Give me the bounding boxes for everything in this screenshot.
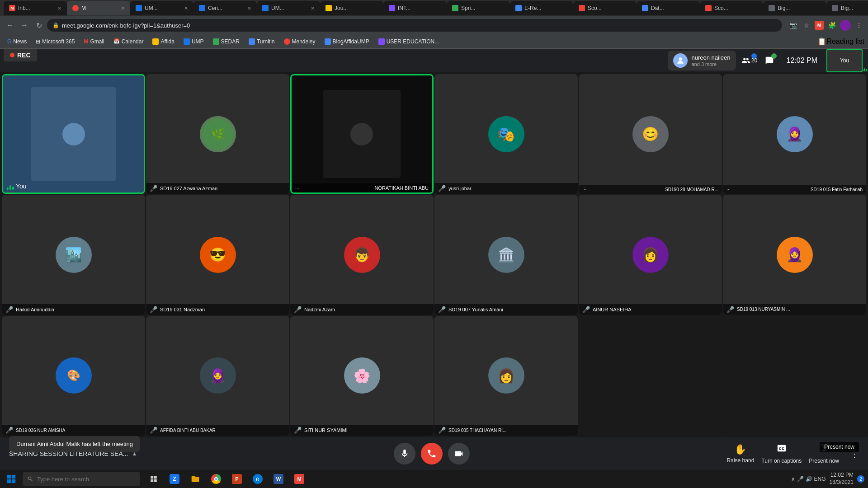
avatar-azwana: 🌿 <box>200 116 236 152</box>
notification-count[interactable]: 2 <box>857 475 864 483</box>
tab-big1[interactable]: Big... <box>763 1 826 15</box>
you-thumbnail: You <box>826 49 863 72</box>
participant-tile-siti: 🌸 🎤 SITI NUR SYAMIMI <box>290 316 434 436</box>
extension-icon[interactable]: 🧩 <box>826 20 837 31</box>
tab-close-inbox[interactable]: ✕ <box>57 5 61 11</box>
raise-hand-label: Raise hand <box>727 457 755 464</box>
tab-close-um3[interactable]: ✕ <box>311 5 315 11</box>
chat-button[interactable] <box>761 52 778 69</box>
tab-cen[interactable]: Cen... ✕ <box>193 1 257 15</box>
mute-icon-haikal: 🎤 <box>5 306 13 313</box>
participant-tile-you: You <box>2 74 145 194</box>
host-name: nureen naileen <box>691 54 730 61</box>
bookmark-news[interactable]: G News <box>4 38 30 46</box>
chat-badge <box>771 53 777 59</box>
taskbar-edge-icon[interactable]: e <box>248 470 268 488</box>
participant-tile-nadzmi: 👦 🎤 Nadzmi Azam <box>290 195 434 314</box>
name-bar-yunalis: 🎤 SD19 007 Yunalis Amani <box>434 304 578 315</box>
taskbar-zoom-icon[interactable]: Z <box>165 470 184 488</box>
name-bar-amisha: 🎤 SD19 036 NUR AMISHA <box>2 425 145 436</box>
present-now-label: Present now <box>809 458 839 464</box>
taskbar-mendeley-icon[interactable]: M <box>289 470 309 488</box>
tray-expand[interactable]: ∧ <box>791 476 795 482</box>
forward-button[interactable]: → <box>18 19 31 32</box>
taskbar-word-icon[interactable]: W <box>269 470 288 488</box>
bookmark-news-label: News <box>13 38 27 45</box>
svg-rect-3 <box>7 479 11 483</box>
task-view-icon[interactable] <box>144 470 164 488</box>
url-text: meet.google.com/enk-bqfc-igv?pli=1&authu… <box>62 22 190 29</box>
you-label: You <box>7 183 27 190</box>
taskbar-chrome-icon[interactable] <box>206 470 226 488</box>
bookmark-user-edu[interactable]: USER EDUCATION... <box>375 38 443 46</box>
options-mohamad: ··· <box>582 187 586 192</box>
notification-text: Durrani Aimi Abdul Malik has left the me… <box>16 441 133 447</box>
name-fatin: SD19 015 Fatin Farhanah <box>811 187 863 192</box>
clock: 12:02 PM 18/3/2021 <box>830 472 854 486</box>
back-button[interactable]: ← <box>4 19 16 32</box>
captions-icon <box>777 443 787 456</box>
tab-um1[interactable]: UM... ✕ <box>130 1 193 15</box>
more-menu-icon[interactable]: ⋮ <box>854 20 864 31</box>
bookmark-turnitin[interactable]: Turnitin <box>245 38 278 46</box>
name-bar-nadzman: 🎤 SD19 031 Nadzman <box>146 304 289 315</box>
tab-inti[interactable]: INT... <box>383 1 447 15</box>
taskbar-files-icon[interactable] <box>185 470 205 488</box>
profile-icon[interactable] <box>840 20 851 31</box>
tab-jou[interactable]: Jou... <box>320 1 383 15</box>
tab-dat[interactable]: Dat... <box>637 1 700 15</box>
bookmark-m365[interactable]: ⊞ Microsoft 365 <box>32 38 78 46</box>
tab-close-um1[interactable]: ✕ <box>184 5 188 11</box>
tab-close-cen[interactable]: ✕ <box>247 5 251 11</box>
mic-button[interactable] <box>394 443 415 465</box>
bookmark-blog[interactable]: BlogAffidaUMP <box>321 38 373 46</box>
bookmark-affida[interactable]: Affida <box>149 38 178 46</box>
rec-button[interactable]: REC <box>4 49 37 61</box>
avatar-nadzman: 😎 <box>200 237 236 273</box>
tab-sco2[interactable]: Sco... <box>700 1 763 15</box>
participant-tile-mohamad: 😊 ··· SD190 28 MOHAMAD R... <box>579 74 722 194</box>
bookmark-ump[interactable]: UMP <box>180 38 208 46</box>
you-thumb-label: You <box>840 57 849 64</box>
bookmark-sedar[interactable]: SEDAR <box>209 38 243 46</box>
raise-hand-action[interactable]: ✋ Raise hand <box>727 444 755 464</box>
notification-toast: Durrani Aimi Abdul Malik has left the me… <box>9 436 140 452</box>
refresh-button[interactable]: ↻ <box>33 19 45 32</box>
camera-button[interactable] <box>448 443 470 465</box>
name-nadzman: SD19 031 Nadzman <box>160 307 205 312</box>
host-more: and 3 more <box>691 61 730 67</box>
mute-icon-yusri: 🎤 <box>438 185 446 192</box>
tab-spri[interactable]: Spri... <box>447 1 510 15</box>
bookmark-mendeley[interactable]: Mendeley <box>280 38 319 46</box>
tab-meet[interactable]: M ✕ <box>67 1 130 15</box>
system-tray: ∧ 🎤 🔊 ENG <box>791 476 826 482</box>
start-button[interactable] <box>0 470 23 488</box>
avatar-ainur: 👩 <box>632 237 669 273</box>
tab-ere[interactable]: E-Re... <box>510 1 573 15</box>
taskbar-search[interactable] <box>23 472 140 486</box>
tab-um3[interactable]: UM... ✕ <box>257 1 320 15</box>
tab-close-meet[interactable]: ✕ <box>121 5 125 11</box>
participants-button[interactable]: 20 <box>741 52 758 69</box>
mendeley-icon[interactable]: M <box>815 21 824 30</box>
name-bar-fatin: ··· SD19 015 Fatin Farhanah <box>723 185 866 194</box>
end-call-button[interactable] <box>421 443 443 465</box>
bookmark-star-icon[interactable]: ☆ <box>801 20 812 31</box>
bookmark-gmail[interactable]: M Gmail <box>80 38 108 46</box>
tab-sco1[interactable]: Sco... <box>573 1 637 15</box>
captions-action[interactable]: Turn on captions <box>761 443 802 464</box>
tab-big2[interactable]: Big... <box>826 1 868 15</box>
address-bar[interactable]: 🔒 meet.google.com/enk-bqfc-igv?pli=1&aut… <box>47 19 782 32</box>
avatar-thachaya: 👩 <box>488 357 524 394</box>
bookmark-calendar[interactable]: 📅 Calendar <box>110 38 147 46</box>
rec-label: REC <box>17 52 31 59</box>
avatar-nadzmi: 👦 <box>344 237 380 273</box>
reading-list-btn[interactable]: 📋Reading list <box>817 37 864 46</box>
cast-icon[interactable]: 📷 <box>788 20 798 31</box>
name-yunalis: SD19 007 Yunalis Amani <box>448 307 503 312</box>
taskbar-ppt-icon[interactable]: P <box>227 470 247 488</box>
search-input[interactable] <box>37 476 127 483</box>
tab-inbox[interactable]: M Inb... ✕ <box>4 1 67 15</box>
name-bar-thachaya: 🎤 SD19 005 THACHAYAN RI... <box>434 425 578 436</box>
browser-chrome: M Inb... ✕ M ✕ UM... ✕ Cen... ✕ UM... ✕ … <box>0 0 868 49</box>
